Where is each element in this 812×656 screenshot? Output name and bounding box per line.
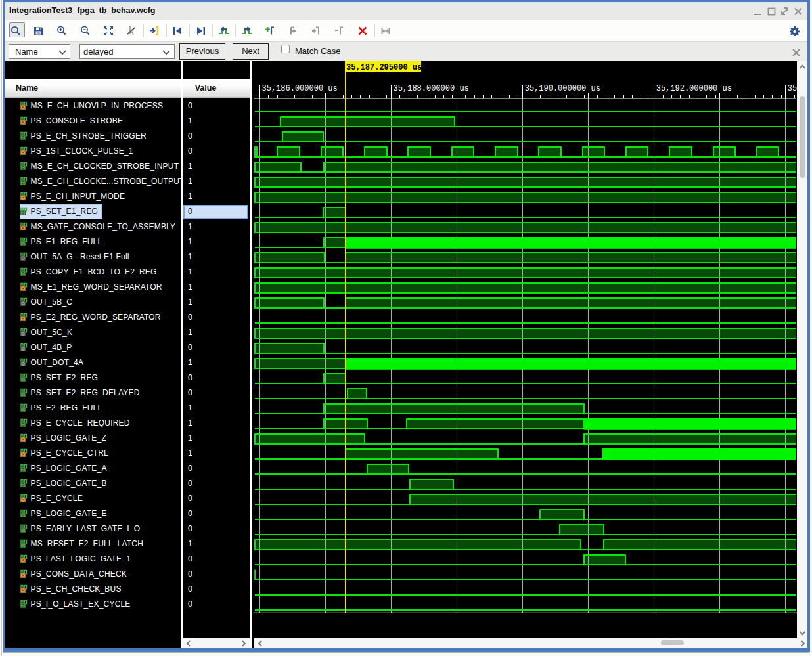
svg-text:35,187.295000 us: 35,187.295000 us	[346, 63, 422, 72]
svg-text:35,194.000000 us: 35,194.000000 us	[788, 84, 797, 93]
svg-text:35,192.000000 us: 35,192.000000 us	[656, 84, 732, 93]
svg-text:35,186.000000 us: 35,186.000000 us	[262, 84, 338, 93]
svg-text:35,190.000000 us: 35,190.000000 us	[525, 84, 600, 93]
svg-text:35,188.000000 us: 35,188.000000 us	[394, 84, 469, 93]
